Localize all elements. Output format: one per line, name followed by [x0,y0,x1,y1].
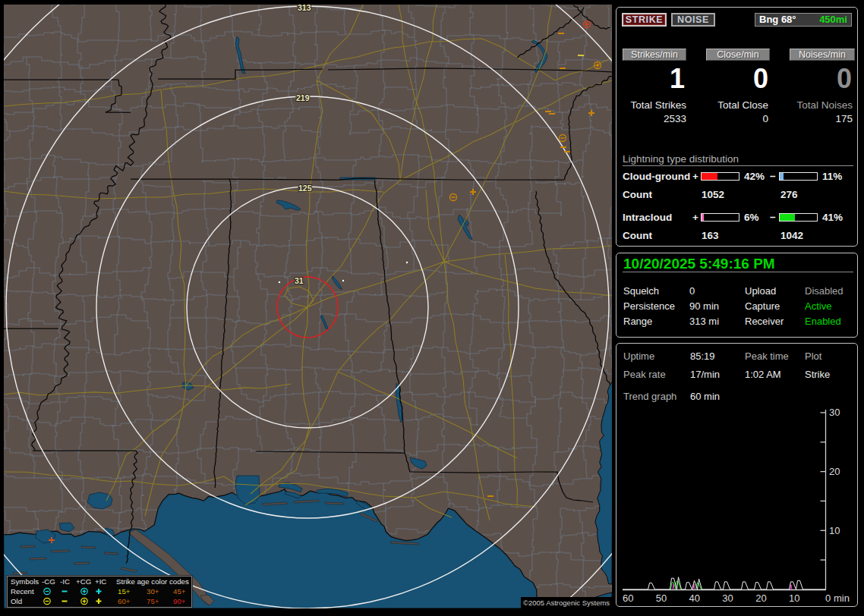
svg-text:Old: Old [11,597,22,605]
svg-text:-CG: -CG [42,577,55,586]
svg-text:20: 20 [755,592,766,604]
svg-text:40: 40 [689,592,700,604]
svg-text:Symbols: Symbols [11,577,39,586]
svg-text:90+: 90+ [173,597,186,605]
svg-text:60+: 60+ [118,597,131,605]
svg-text:10: 10 [789,592,799,604]
svg-text:125: 125 [298,184,312,193]
svg-text:30: 30 [722,592,733,604]
svg-text:31: 31 [295,276,304,285]
svg-text:30+: 30+ [147,587,159,596]
svg-text:45+: 45+ [173,587,186,596]
svg-text:219: 219 [296,93,310,102]
svg-text:+IC: +IC [95,577,106,586]
svg-text:50: 50 [656,592,667,604]
svg-text:60: 60 [623,592,633,604]
svg-text:313: 313 [298,5,311,12]
svg-text:+CG: +CG [76,577,91,586]
svg-text:15+: 15+ [118,587,131,596]
svg-text:75+: 75+ [147,597,159,605]
svg-text:-IC: -IC [60,577,70,586]
svg-text:Strike age color codes: Strike age color codes [116,577,189,586]
svg-text:10: 10 [829,525,840,536]
svg-text:Recent: Recent [11,587,34,596]
svg-text:20: 20 [829,466,840,477]
svg-text:30: 30 [829,407,840,418]
svg-text:0 min: 0 min [825,592,850,604]
